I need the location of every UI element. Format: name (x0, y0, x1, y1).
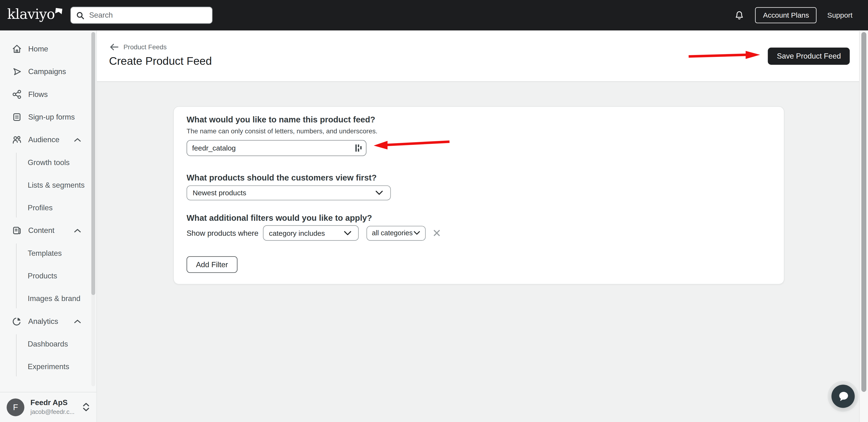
sidebar-item-label: Profiles (28, 204, 53, 212)
sidebar-scrollbar-thumb[interactable] (91, 32, 95, 295)
sidebar-item-images-brand[interactable]: Images & brand (0, 287, 96, 310)
avatar: F (7, 398, 24, 416)
window-scrollbar-thumb[interactable] (861, 32, 866, 392)
sidebar-item-label: Templates (28, 249, 62, 257)
sidebar-item-analytics[interactable]: Analytics (0, 310, 96, 332)
klaviyo-logo[interactable]: klaviyo (7, 6, 62, 23)
chevron-down-icon (413, 231, 420, 235)
analytics-icon (12, 316, 22, 326)
account-info: Feedr ApS jacob@feedr.c... (30, 399, 74, 415)
add-filter-button[interactable]: Add Filter (187, 256, 237, 273)
sidebar-item-label: Audience (28, 135, 60, 144)
content-subgroup: Templates Products Images & brand (0, 242, 96, 310)
sidebar-item-audience[interactable]: Audience (0, 128, 96, 151)
chat-bubble-icon (837, 391, 849, 402)
sidebar-item-templates[interactable]: Templates (0, 242, 96, 265)
account-switcher[interactable]: F Feedr ApS jacob@feedr.c... (0, 391, 96, 422)
klaviyo-logo-text: klaviyo (7, 6, 55, 23)
sidebar-item-label: Dashboards (28, 340, 68, 348)
app-window: klaviyo Account Plans Support (0, 0, 868, 422)
feed-name-helper: The name can only consist of letters, nu… (187, 127, 377, 135)
sidebar-scrollbar-track[interactable] (91, 32, 95, 386)
bell-icon[interactable] (734, 10, 745, 21)
sidebar-item-profiles[interactable]: Profiles (0, 196, 96, 219)
filter-value-value: all categories (372, 229, 412, 237)
back-arrow-icon (110, 44, 118, 51)
search-input[interactable] (89, 11, 207, 19)
up-down-chevrons-icon (83, 402, 90, 412)
extension-bars-icon (355, 144, 362, 155)
sidebar-item-label: Growth tools (28, 158, 69, 167)
sidebar-item-home[interactable]: Home (0, 38, 96, 60)
view-first-select[interactable]: Newest products (187, 186, 391, 200)
flows-icon (12, 89, 22, 100)
sidebar-nav: Home Campaigns Flows (0, 31, 96, 378)
filter-prefix-label: Show products where (187, 229, 258, 237)
sidebar-item-label: Content (28, 226, 55, 235)
filters-question: What additional filters would you like t… (187, 213, 372, 223)
account-name: Feedr ApS (30, 399, 74, 407)
audience-subgroup: Growth tools Lists & segments Profiles (0, 151, 96, 219)
sidebar: Home Campaigns Flows (0, 31, 97, 422)
campaigns-icon (12, 66, 22, 77)
flag-icon (55, 6, 63, 17)
filter-field-value: category includes (269, 229, 325, 237)
sidebar-item-label: Home (28, 45, 49, 53)
feed-name-input[interactable] (187, 140, 366, 156)
sidebar-item-label: Analytics (28, 317, 58, 326)
sidebar-item-experiments[interactable]: Experiments (0, 355, 96, 378)
x-close-icon[interactable] (433, 229, 441, 237)
support-link[interactable]: Support (827, 11, 852, 19)
sidebar-item-dashboards[interactable]: Dashboards (0, 333, 96, 355)
analytics-subgroup: Dashboards Experiments (0, 333, 96, 378)
sidebar-item-label: Sign-up forms (28, 113, 75, 121)
topbar-right: Account Plans Support (734, 0, 852, 31)
chevron-down-icon (375, 190, 383, 195)
chevron-up-icon (74, 319, 81, 324)
home-icon (12, 44, 22, 54)
view-first-question: What products should the customers view … (187, 173, 377, 182)
sidebar-item-label: Lists & segments (28, 181, 85, 189)
search-icon (76, 11, 85, 20)
sidebar-item-campaigns[interactable]: Campaigns (0, 60, 96, 83)
sidebar-item-growth-tools[interactable]: Growth tools (0, 151, 96, 173)
page-title: Create Product Feed (109, 55, 212, 67)
content-area: What would you like to name this product… (97, 82, 868, 422)
sidebar-item-lists-segments[interactable]: Lists & segments (0, 174, 96, 196)
window-scrollbar-track[interactable] (859, 31, 868, 422)
product-feed-form-card: What would you like to name this product… (173, 106, 784, 284)
sidebar-item-label: Images & brand (28, 294, 81, 303)
sidebar-item-label: Flows (28, 90, 48, 99)
content-icon (12, 225, 22, 236)
feed-name-input-wrap (187, 140, 366, 156)
chevron-down-icon (344, 230, 351, 235)
view-first-selected-value: Newest products (193, 189, 246, 197)
sidebar-item-label: Experiments (28, 362, 69, 371)
main-area: Product Feeds Create Product Feed Save P… (97, 31, 868, 422)
sidebar-item-content[interactable]: Content (0, 219, 96, 242)
chat-launcher-button[interactable] (832, 385, 855, 408)
sidebar-item-label: Products (28, 272, 57, 280)
search-bar (70, 7, 213, 24)
filter-field-select[interactable]: category includes (263, 225, 359, 241)
sidebar-item-signup-forms[interactable]: Sign-up forms (0, 106, 96, 128)
breadcrumb-product-feeds[interactable]: Product Feeds (110, 43, 166, 51)
chevron-up-icon (74, 228, 81, 233)
filter-row: Show products where category includes al… (187, 225, 440, 241)
filter-value-select[interactable]: all categories (366, 226, 426, 240)
account-email: jacob@feedr.c... (30, 409, 74, 415)
save-product-feed-button[interactable]: Save Product Feed (768, 47, 850, 65)
sidebar-item-flows[interactable]: Flows (0, 83, 96, 106)
page-header: Product Feeds Create Product Feed Save P… (97, 31, 868, 82)
signup-forms-icon (12, 112, 22, 122)
account-plans-button[interactable]: Account Plans (755, 7, 817, 23)
sidebar-item-products[interactable]: Products (0, 265, 96, 287)
breadcrumb-label: Product Feeds (123, 43, 166, 51)
topbar: klaviyo Account Plans Support (0, 0, 868, 31)
audience-icon (12, 135, 22, 145)
feed-name-question: What would you like to name this product… (187, 115, 375, 124)
chevron-up-icon (74, 138, 81, 142)
sidebar-item-label: Campaigns (28, 68, 66, 76)
